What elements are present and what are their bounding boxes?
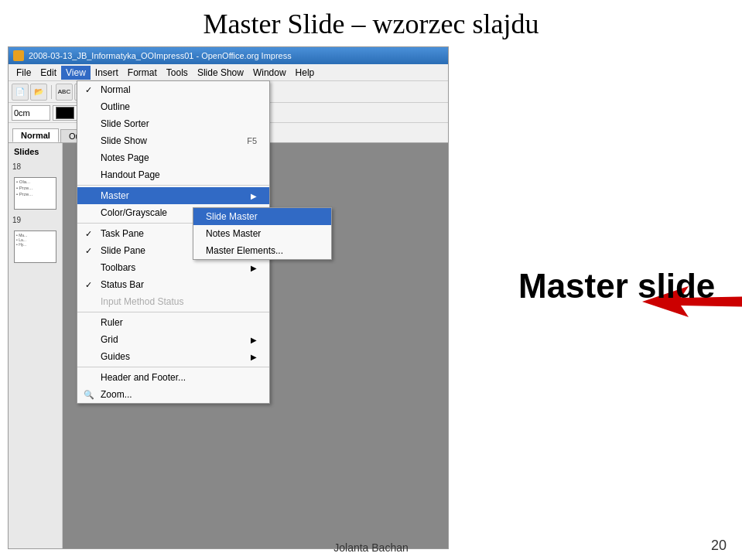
menu-slideshow[interactable]: Slide Show <box>193 66 248 80</box>
menu-toolbars[interactable]: Toolbars ▶ <box>77 259 269 276</box>
slides-panel-label: Slides <box>12 147 39 156</box>
menu-handout-page-label: Handout Page <box>101 169 160 180</box>
menu-guides-label: Guides <box>101 351 130 362</box>
menu-slide-show-label: Slide Show <box>101 135 147 146</box>
menu-master-label: Master <box>101 190 129 201</box>
toolbar-open[interactable]: 📂 <box>30 84 47 101</box>
toolbar-sep-1 <box>51 85 52 99</box>
check-task-pane: ✓ <box>85 229 92 239</box>
menu-input-method-label: Input Method Status <box>101 296 183 307</box>
menu-grid-arrow: ▶ <box>251 336 257 344</box>
menu-sep-3 <box>77 312 269 312</box>
menu-sep-4 <box>77 367 269 367</box>
menu-zoom[interactable]: 🔍 Zoom... <box>77 386 269 403</box>
menu-header-footer-label: Header and Footer... <box>101 372 186 383</box>
menu-grid[interactable]: Grid ▶ <box>77 331 269 348</box>
submenu-slide-master[interactable]: Slide Master <box>193 208 331 225</box>
check-normal: ✓ <box>85 85 92 95</box>
slides-panel: Slides 18 • Ola... • Prze... • Prze... 1… <box>9 143 63 548</box>
menu-format[interactable]: Format <box>123 66 162 80</box>
menu-status-bar[interactable]: ✓ Status Bar <box>77 276 269 293</box>
toolbar-abc1[interactable]: ABC <box>56 84 73 101</box>
menu-toolbars-label: Toolbars <box>101 262 135 273</box>
submenu-slide-master-label: Slide Master <box>206 211 258 222</box>
menu-slide-pane-label: Slide Pane <box>101 245 145 256</box>
title-bar-text: 2008-03-13_JB_Informatyka_OOImpress01 - … <box>29 51 292 60</box>
menu-handout-page[interactable]: Handout Page <box>77 166 269 183</box>
slide-thumb-19[interactable]: • Ma... • La... • Hy... <box>14 230 56 263</box>
check-slide-pane: ✓ <box>85 246 92 256</box>
menu-normal[interactable]: ✓ Normal <box>77 81 269 98</box>
app-icon <box>13 50 24 61</box>
menu-guides-arrow: ▶ <box>251 353 257 361</box>
footer-name: Jolanta Bachan <box>0 541 742 554</box>
submenu-master-elements[interactable]: Master Elements... <box>193 242 331 259</box>
menu-normal-label: Normal <box>101 84 131 95</box>
menu-status-bar-label: Status Bar <box>101 279 144 290</box>
master-slide-annotation: Master slide <box>518 267 715 306</box>
menu-grid-label: Grid <box>101 334 118 345</box>
menu-insert[interactable]: Insert <box>91 66 123 80</box>
menu-view[interactable]: View <box>61 66 91 80</box>
menu-help[interactable]: Help <box>291 66 320 80</box>
slide-number-18: 18 <box>12 162 21 171</box>
menu-slide-show-shortcut: F5 <box>247 136 257 145</box>
menu-outline[interactable]: Outline <box>77 98 269 115</box>
menu-outline-label: Outline <box>101 101 130 112</box>
menu-zoom-icon: 🔍 <box>84 390 94 400</box>
toolbar-new[interactable]: 📄 <box>12 84 29 101</box>
page-title: Master Slide – wzorzec slajdu <box>0 0 742 45</box>
menu-zoom-label: Zoom... <box>101 389 132 400</box>
submenu-notes-master-label: Notes Master <box>206 228 261 239</box>
menu-edit[interactable]: Edit <box>36 66 61 80</box>
tab-normal[interactable]: Normal <box>12 128 59 142</box>
check-status-bar: ✓ <box>85 280 92 290</box>
menu-notes-page[interactable]: Notes Page <box>77 149 269 166</box>
menu-tools[interactable]: Tools <box>162 66 193 80</box>
menu-file[interactable]: File <box>12 66 36 80</box>
menu-slide-sorter-label: Slide Sorter <box>101 118 149 129</box>
menu-task-pane-label: Task Pane <box>101 228 144 239</box>
menu-slide-sorter[interactable]: Slide Sorter <box>77 115 269 132</box>
menu-master[interactable]: Master ▶ <box>77 187 269 204</box>
title-bar: 2008-03-13_JB_Informatyka_OOImpress01 - … <box>9 47 448 64</box>
page-number: 20 <box>711 538 727 554</box>
menu-notes-page-label: Notes Page <box>101 152 149 163</box>
menu-toolbars-arrow: ▶ <box>251 264 257 272</box>
menu-color-grayscale-label: Color/Grayscale <box>101 207 167 218</box>
slide-thumb-18[interactable]: • Ola... • Prze... • Prze... <box>14 177 56 210</box>
menu-window[interactable]: Window <box>248 66 291 80</box>
submenu-master-elements-label: Master Elements... <box>206 245 283 256</box>
menu-ruler[interactable]: Ruler <box>77 314 269 331</box>
menu-slide-show[interactable]: Slide Show F5 <box>77 132 269 149</box>
size-input[interactable] <box>12 105 50 121</box>
menu-guides[interactable]: Guides ▶ <box>77 348 269 365</box>
slide-number-19: 19 <box>12 216 21 224</box>
menu-ruler-label: Ruler <box>101 317 123 328</box>
annotation-area: Master slide <box>449 46 735 549</box>
submenu-notes-master[interactable]: Notes Master <box>193 225 331 242</box>
color-swatch-black <box>56 107 74 119</box>
menu-master-arrow: ▶ <box>251 192 257 200</box>
menu-sep-1 <box>77 185 269 186</box>
menu-input-method: Input Method Status <box>77 293 269 310</box>
master-submenu: Slide Master Notes Master Master Element… <box>193 207 332 260</box>
menu-header-footer[interactable]: Header and Footer... <box>77 369 269 386</box>
menu-bar: File Edit View Insert Format Tools Slide… <box>9 64 448 81</box>
